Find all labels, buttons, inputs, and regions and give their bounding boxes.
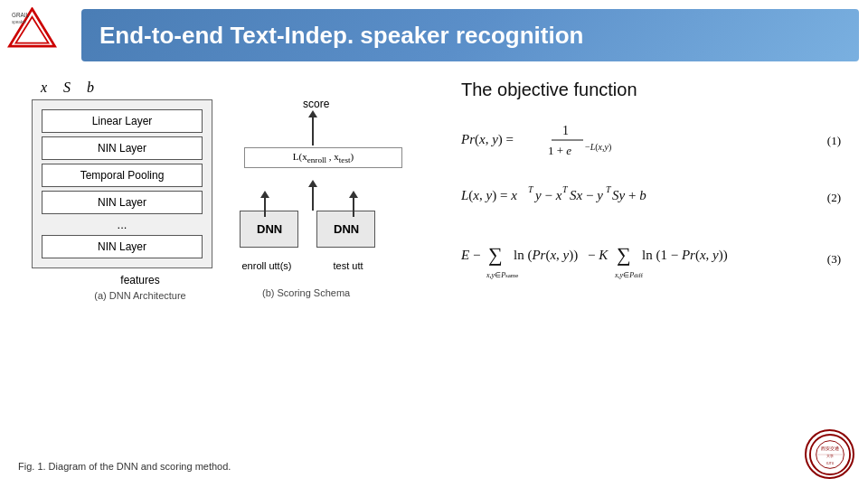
l-formula-text: L(xenroll , xtest) — [293, 151, 354, 162]
nin-layer-2: NIN Layer — [42, 191, 203, 214]
dots: ... — [42, 218, 203, 231]
dnn-labels: enroll utt(s) test utt — [231, 260, 384, 271]
formula-row-1: Pr(x, y) = 1 1 + e −L(x,y) (1) — [461, 118, 841, 164]
nin-layer-3: NIN Layer — [42, 235, 203, 258]
input-b: b — [87, 80, 94, 96]
dnn-arrow-left — [264, 194, 266, 217]
formula-row-2: L(x, y) = x T y − x T Sx − y T Sy + b — [461, 180, 841, 216]
input-s: S — [63, 80, 71, 96]
formula-row-3: E − ∑ x,y∈Psame ln (Pr(x, y)) − K ∑ x,y∈… — [461, 232, 841, 286]
nin-layer-1: NIN Layer — [42, 136, 203, 160]
svg-text:ln (Pr(x, y)): ln (Pr(x, y)) — [514, 248, 578, 263]
svg-text:XJTU: XJTU — [826, 461, 834, 465]
svg-text:x,y∈Psame: x,y∈Psame — [486, 271, 518, 279]
scoring-diagram: score L(xenroll , xtest) DNN DNN — [226, 98, 434, 278]
left-diagram: x S b Linear Layer NIN Layer Temporal Po… — [9, 70, 443, 479]
arch-caption: (a) DNN Architecture — [32, 290, 249, 301]
svg-text:−L(x,y): −L(x,y) — [585, 142, 611, 153]
svg-text:∑: ∑ — [488, 243, 503, 266]
svg-text:西安交通: 西安交通 — [821, 446, 839, 451]
svg-text:∑: ∑ — [617, 243, 631, 266]
fig-caption: Fig. 1. Diagram of the DNN and scoring m… — [18, 461, 231, 472]
svg-text:大学: 大学 — [826, 453, 834, 457]
score-arrow-line — [312, 114, 314, 145]
top-logo: GRAIL speaker — [7, 7, 71, 57]
dnn-arch-box: Linear Layer NIN Layer Temporal Pooling … — [32, 99, 212, 268]
svg-text:E −: E − — [461, 248, 480, 262]
score-area: score L(xenroll , xtest) DNN DNN — [226, 98, 434, 278]
score-label: score — [303, 98, 329, 110]
formula-2-content: L(x, y) = x T y − x T Sx − y T Sy + b — [461, 180, 814, 216]
dnn-arrow-right — [353, 194, 354, 217]
scoring-caption: (b) Scoring Schema — [262, 287, 350, 298]
svg-text:L(x, y) = x: L(x, y) = x — [461, 188, 517, 203]
header-banner: End-to-end Text-Indep. speaker recogniti… — [81, 9, 859, 61]
svg-text:− K: − K — [588, 248, 609, 262]
input-x: x — [41, 80, 47, 96]
dnn-box-1: DNN — [240, 211, 298, 248]
input-labels: x S b — [41, 80, 249, 96]
svg-text:Pr(x, y) =: Pr(x, y) = — [461, 132, 514, 147]
linear-layer: Linear Layer — [42, 109, 203, 133]
l-formula-arrow — [312, 183, 314, 211]
page-title: End-to-end Text-Indep. speaker recogniti… — [99, 22, 583, 50]
svg-text:Sy + b: Sy + b — [612, 188, 646, 202]
dnn-boxes: DNN DNN — [240, 211, 375, 248]
formula-3-content: E − ∑ x,y∈Psame ln (Pr(x, y)) − K ∑ x,y∈… — [461, 232, 814, 286]
arch-diagram: x S b Linear Layer NIN Layer Temporal Po… — [32, 80, 249, 301]
svg-text:Sx − y: Sx − y — [570, 188, 603, 202]
formula-1-content: Pr(x, y) = 1 1 + e −L(x,y) — [461, 118, 814, 164]
svg-text:1 + e: 1 + e — [548, 144, 571, 157]
bottom-logo: 西安交通 大学 XJTU — [805, 429, 854, 479]
formulas-area: Pr(x, y) = 1 1 + e −L(x,y) (1) — [461, 118, 841, 286]
formula-number-1: (1) — [814, 134, 841, 148]
formula-number-2: (2) — [814, 191, 841, 205]
l-formula-box: L(xenroll , xtest) — [244, 147, 402, 168]
svg-text:y − x: y − x — [533, 188, 562, 202]
objective-title: The objective function — [461, 80, 841, 100]
main-content: x S b Linear Layer NIN Layer Temporal Po… — [9, 70, 859, 479]
svg-text:ln (1 − Pr(x, y)): ln (1 − Pr(x, y)) — [642, 248, 728, 263]
svg-text:T: T — [562, 184, 569, 194]
formula-number-3: (3) — [814, 252, 841, 267]
svg-text:GRAIL: GRAIL — [12, 12, 29, 18]
svg-text:T: T — [528, 184, 534, 194]
enroll-label: enroll utt(s) — [231, 260, 303, 271]
svg-text:x,y∈Pdiff: x,y∈Pdiff — [614, 271, 644, 279]
svg-text:1: 1 — [562, 124, 569, 137]
features-label: features — [32, 274, 249, 286]
test-label: test utt — [312, 260, 384, 271]
temporal-pooling: Temporal Pooling — [42, 164, 203, 187]
dnn-box-2: DNN — [316, 211, 375, 248]
right-content: The objective function Pr(x, y) = 1 1 + … — [443, 70, 859, 479]
svg-text:speaker: speaker — [12, 20, 27, 24]
svg-text:T: T — [606, 184, 612, 194]
